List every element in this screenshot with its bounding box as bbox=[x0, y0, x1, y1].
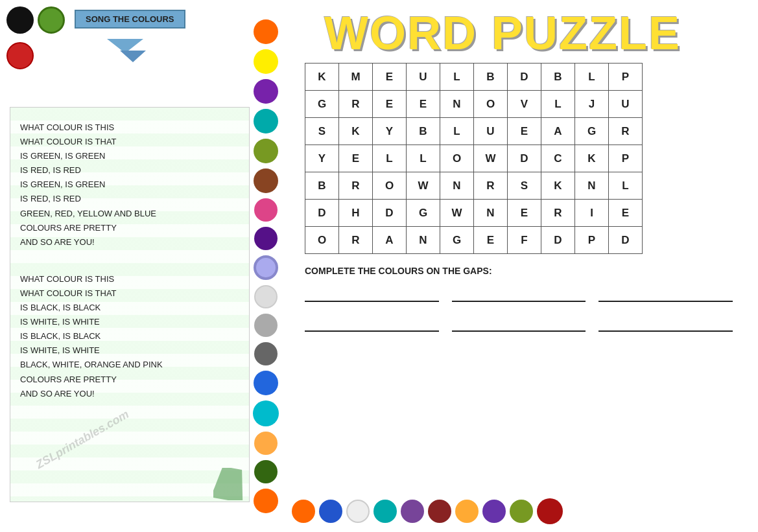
fill-line-2[interactable] bbox=[452, 284, 586, 302]
fill-line-3[interactable] bbox=[598, 284, 733, 302]
bc-orange bbox=[292, 500, 315, 523]
cell: C bbox=[541, 145, 575, 172]
bc-teal bbox=[373, 500, 397, 523]
cell: W bbox=[474, 145, 508, 172]
lyric-line: IS BLACK, IS BLACK bbox=[20, 329, 239, 343]
word-grid-container: K M E U L B D B L P G R E E N O V L J bbox=[305, 63, 746, 254]
lyrics-arrow bbox=[213, 468, 246, 505]
dot-gray bbox=[254, 342, 278, 365]
cell: P bbox=[609, 64, 643, 91]
dot-lavender bbox=[254, 255, 278, 280]
cell: Y bbox=[305, 145, 339, 172]
cell: L bbox=[575, 64, 609, 91]
dot-purple bbox=[254, 79, 278, 104]
fill-line-6[interactable] bbox=[598, 314, 733, 332]
cell: E bbox=[339, 145, 373, 172]
circle-black bbox=[6, 6, 34, 34]
cell: P bbox=[609, 145, 643, 172]
cell: K bbox=[541, 172, 575, 200]
cell: M bbox=[339, 64, 373, 91]
cell: S bbox=[305, 118, 339, 145]
cell: E bbox=[407, 91, 440, 118]
cell: E bbox=[508, 200, 541, 227]
grid-row: Y E L L O W D C K P bbox=[305, 145, 643, 172]
lyrics-verse1: WHAT COLOUR IS THIS WHAT COLOUR IS THAT … bbox=[20, 121, 239, 249]
cell: L bbox=[609, 172, 643, 200]
grid-row: B R O W N R S K N L bbox=[305, 172, 643, 200]
lyric-line: COLOURS ARE PRETTY bbox=[20, 221, 239, 235]
cell: E bbox=[609, 200, 643, 227]
complete-label: COMPLETE THE COLOURS ON THE GAPS: bbox=[305, 266, 492, 276]
cell: Y bbox=[373, 118, 407, 145]
dot-brown bbox=[254, 168, 278, 193]
circle-red bbox=[6, 42, 34, 69]
cell: R bbox=[339, 227, 373, 254]
cell: N bbox=[407, 227, 440, 254]
grid-row: O R A N G E F D P D bbox=[305, 227, 643, 254]
cell: D bbox=[609, 227, 643, 254]
dot-teal bbox=[254, 109, 278, 133]
cell: F bbox=[508, 227, 541, 254]
lyric-line: WHAT COLOUR IS THAT bbox=[20, 286, 239, 301]
lyric-line: IS BLACK, IS BLACK bbox=[20, 301, 239, 315]
cell: G bbox=[305, 91, 339, 118]
dot-lgray bbox=[254, 314, 278, 337]
grid-row: S K Y B L U E A G R bbox=[305, 118, 643, 145]
lyrics-verse2: WHAT COLOUR IS THIS WHAT COLOUR IS THAT … bbox=[20, 272, 239, 401]
bc-olive bbox=[510, 500, 533, 523]
fill-lines bbox=[305, 284, 733, 332]
cell: B bbox=[474, 64, 508, 91]
cell: R bbox=[609, 118, 643, 145]
lyric-line: IS RED, IS RED bbox=[20, 192, 239, 206]
bc-darkred2 bbox=[537, 498, 563, 524]
left-panel: SONG THE COLOURS WHAT COLOUR IS THIS WHA… bbox=[6, 6, 266, 525]
bc-purple bbox=[401, 500, 424, 523]
cell: K bbox=[575, 145, 609, 172]
cell: A bbox=[373, 227, 407, 254]
cell: N bbox=[575, 172, 609, 200]
dot-dpurple bbox=[254, 227, 278, 250]
cell: D bbox=[373, 200, 407, 227]
watermark: ZSLprintables.com bbox=[32, 405, 133, 475]
cell: R bbox=[339, 91, 373, 118]
cell: U bbox=[474, 118, 508, 145]
song-label-text: SONG THE COLOURS bbox=[86, 14, 174, 24]
cell: G bbox=[575, 118, 609, 145]
fill-line-5[interactable] bbox=[452, 314, 586, 332]
cell: G bbox=[440, 227, 474, 254]
svg-marker-0 bbox=[213, 468, 246, 500]
lyric-line: IS WHITE, IS WHITE bbox=[20, 343, 239, 358]
cell: A bbox=[541, 118, 575, 145]
dot-olive bbox=[254, 139, 278, 163]
cell: O bbox=[305, 227, 339, 254]
lyric-line: AND SO ARE YOU! bbox=[20, 235, 239, 249]
cell: I bbox=[575, 200, 609, 227]
dot-pink bbox=[254, 198, 278, 222]
cell: K bbox=[339, 118, 373, 145]
dot-yellow bbox=[254, 49, 278, 74]
cell: L bbox=[440, 64, 474, 91]
dot-blue bbox=[254, 371, 278, 395]
lyric-line: WHAT COLOUR IS THIS bbox=[20, 121, 239, 135]
cell: L bbox=[541, 91, 575, 118]
puzzle-title: WORD PUZZLE bbox=[324, 10, 746, 56]
song-arrow2 bbox=[120, 51, 146, 62]
song-label-box: SONG THE COLOURS bbox=[75, 10, 185, 29]
cell: E bbox=[508, 118, 541, 145]
bc-blue bbox=[319, 500, 342, 523]
lyric-line: GREEN, RED, YELLOW AND BLUE bbox=[20, 207, 239, 221]
cell: P bbox=[575, 227, 609, 254]
cell: R bbox=[339, 172, 373, 200]
cell: B bbox=[305, 172, 339, 200]
bc-darkred bbox=[428, 500, 451, 523]
cell: U bbox=[609, 91, 643, 118]
dot-orange2 bbox=[254, 489, 278, 513]
fill-line-1[interactable] bbox=[305, 284, 439, 302]
lyric-line: IS RED, IS RED bbox=[20, 163, 239, 178]
cell: S bbox=[508, 172, 541, 200]
cell: U bbox=[407, 64, 440, 91]
cell: R bbox=[541, 200, 575, 227]
cell: B bbox=[541, 64, 575, 91]
fill-line-4[interactable] bbox=[305, 314, 439, 332]
dots-column bbox=[253, 6, 279, 513]
